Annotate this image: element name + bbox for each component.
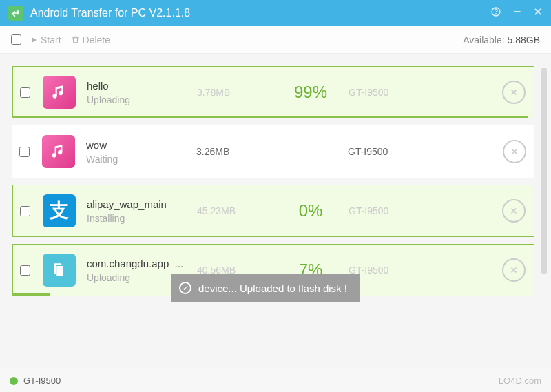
row-device: GT-I9500 — [349, 87, 431, 98]
close-icon[interactable] — [533, 7, 543, 19]
progress-bar — [13, 116, 528, 118]
select-all-checkbox[interactable] — [11, 34, 21, 45]
transfer-row: helloUploading3.78MB99%GT-I9500 — [12, 66, 534, 118]
toolbar: Start Delete Available: 5.88GB — [0, 26, 551, 54]
row-checkbox[interactable] — [20, 87, 30, 98]
music-icon — [42, 135, 75, 168]
cancel-button[interactable] — [502, 258, 526, 282]
check-icon: ✓ — [179, 282, 191, 294]
toast-text: device... Uploaded to flash disk ! — [198, 282, 347, 294]
cancel-button[interactable] — [502, 199, 526, 223]
minimize-icon[interactable] — [512, 7, 522, 19]
row-status: Waiting — [86, 154, 196, 165]
transfer-row: 支alipay_wap_mainInstalling45.23MB0%GT-I9… — [12, 185, 534, 237]
svg-rect-12 — [56, 266, 64, 276]
app-icon — [8, 6, 23, 21]
help-icon[interactable] — [490, 6, 501, 20]
row-percent: 99% — [273, 83, 349, 102]
titlebar: Android Transfer for PC V2.1.1.8 — [0, 0, 551, 26]
row-name: wow — [86, 139, 196, 151]
device-name: GT-I9500 — [23, 375, 61, 386]
svg-point-1 — [495, 14, 496, 14]
row-checkbox[interactable] — [20, 265, 30, 276]
row-name: hello — [87, 80, 197, 92]
row-size: 45.23MB — [197, 205, 273, 216]
row-device: GT-I9500 — [349, 265, 431, 276]
delete-button[interactable]: Delete — [71, 34, 110, 45]
row-status: Uploading — [87, 94, 197, 105]
content-area: helloUploading3.78MB99%GT-I9500wowWaitin… — [0, 54, 551, 369]
cancel-button[interactable] — [503, 140, 526, 163]
brand-watermark: LO4D.com — [499, 375, 541, 386]
scrollbar-thumb[interactable] — [541, 68, 547, 274]
row-size: 3.26MB — [196, 146, 272, 157]
toast-notification: ✓ device... Uploaded to flash disk ! — [171, 274, 360, 302]
row-name: com.changdu.app_... — [87, 258, 197, 269]
transfer-row: wowWaiting3.26MBGT-I9500 — [12, 125, 534, 178]
alipay-icon: 支 — [43, 194, 76, 227]
row-info: helloUploading — [87, 80, 197, 105]
row-percent: 0% — [273, 201, 349, 220]
status-dot-icon — [10, 377, 18, 385]
statusbar: GT-I9500 LO4D.com — [0, 369, 551, 392]
delete-label: Delete — [83, 34, 110, 45]
row-device: GT-I9500 — [349, 205, 431, 216]
row-checkbox[interactable] — [20, 206, 30, 216]
transfer-list: helloUploading3.78MB99%GT-I9500wowWaitin… — [12, 66, 534, 296]
row-name: alipay_wap_main — [87, 198, 197, 210]
row-device: GT-I9500 — [348, 146, 430, 157]
progress-bar — [13, 293, 50, 296]
row-status: Installing — [87, 213, 197, 224]
document-icon — [43, 254, 76, 287]
start-button[interactable]: Start — [30, 34, 61, 45]
music-icon — [43, 76, 76, 109]
start-label: Start — [41, 34, 61, 45]
row-info: wowWaiting — [86, 139, 196, 165]
available-text: Available: 5.88GB — [463, 34, 540, 45]
row-size: 3.78MB — [197, 87, 273, 98]
cancel-button[interactable] — [502, 81, 526, 104]
row-info: alipay_wap_mainInstalling — [87, 198, 197, 224]
row-checkbox[interactable] — [19, 147, 30, 157]
device-indicator: GT-I9500 — [10, 375, 61, 386]
app-title: Android Transfer for PC V2.1.1.8 — [30, 7, 490, 19]
